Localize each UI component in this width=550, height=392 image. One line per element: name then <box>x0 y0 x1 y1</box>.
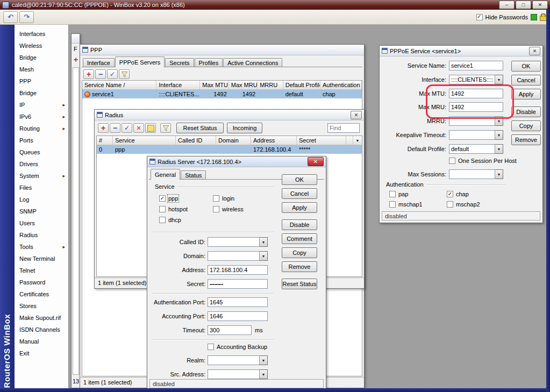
sidebar-item-bridge2[interactable]: Bridge <box>15 87 68 99</box>
max-mru-input[interactable] <box>449 102 503 112</box>
sidebar-item-files[interactable]: Files <box>15 182 68 194</box>
ppp-window-titlebar[interactable]: PPP <box>80 45 364 55</box>
ok-button[interactable]: OK <box>511 61 541 72</box>
column-address[interactable]: Address <box>251 136 297 145</box>
sidebar-item-ip[interactable]: IP▸ <box>15 99 68 111</box>
incoming-button[interactable]: Incoming <box>227 123 262 133</box>
mschap2-checkbox[interactable] <box>447 201 453 208</box>
mrru-input[interactable] <box>449 116 495 126</box>
tab-pppoe-servers[interactable]: PPPoE Servers <box>115 56 165 67</box>
sidebar-item-system[interactable]: System▸ <box>15 170 68 182</box>
cancel-button[interactable]: Cancel <box>511 75 541 85</box>
sidebar-item-ppp[interactable]: PPP <box>15 75 68 87</box>
disable-button[interactable]: Disable <box>511 106 541 117</box>
radius-window-titlebar[interactable]: Radius ✕ <box>95 110 364 120</box>
service-name-input[interactable] <box>449 61 503 70</box>
remove-button[interactable]: Remove <box>282 261 317 272</box>
disable-button[interactable]: ✕ <box>133 123 144 133</box>
chap-row[interactable]: chap <box>447 191 469 197</box>
sidebar-item-make-supout[interactable]: Make Supout.rif <box>15 312 68 324</box>
table-row[interactable]: 0 ppp 172.168.100.4 ***** <box>97 145 362 154</box>
radius-server-titlebar[interactable]: Radius Server <172.168.100.4> ✕ <box>147 156 326 167</box>
interface-combo[interactable] <box>449 75 495 84</box>
domain-dropdown-button[interactable]: ▼ <box>260 251 268 261</box>
redo-button[interactable]: ↷ <box>19 11 34 23</box>
default-profile-combo[interactable] <box>449 144 495 154</box>
one-session-checkbox[interactable] <box>449 158 455 164</box>
tab-general[interactable]: General <box>151 169 180 180</box>
minimize-button[interactable]: – <box>499 1 515 9</box>
sidebar-item-certificates[interactable]: Certificates <box>15 288 68 300</box>
sidebar-item-radius[interactable]: Radius <box>15 229 68 241</box>
disable-button[interactable]: Disable <box>282 219 317 230</box>
copy-button[interactable]: Copy <box>511 120 541 131</box>
keepalive-dropdown-button[interactable]: ▼ <box>495 130 503 140</box>
remove-button[interactable]: Remove <box>511 134 541 145</box>
mrru-dropdown-button[interactable]: ▼ <box>495 116 503 126</box>
tab-interface[interactable]: Interface <box>83 58 115 67</box>
keepalive-input[interactable] <box>449 130 495 140</box>
realm-input[interactable] <box>208 355 260 365</box>
apply-button[interactable]: Apply <box>282 202 317 213</box>
column-service-name[interactable]: Service Name / <box>82 81 156 89</box>
mschap1-checkbox[interactable] <box>389 201 396 208</box>
column-mrru[interactable]: MRRU <box>258 81 283 89</box>
maximize-button[interactable]: □ <box>516 1 531 9</box>
table-row[interactable]: service1 ::::CLIENTES... 1492 1492 defau… <box>82 90 362 98</box>
tab-active-connections[interactable]: Active Connections <box>223 58 282 67</box>
close-button[interactable]: ✕ <box>529 47 540 55</box>
add-button[interactable]: + <box>98 123 109 133</box>
find-input[interactable] <box>327 123 360 133</box>
enable-button[interactable]: ✓ <box>122 123 132 133</box>
called-id-dropdown-button[interactable]: ▼ <box>260 237 268 247</box>
add-icon[interactable]: + <box>74 55 78 64</box>
sidebar-item-users[interactable]: Users <box>15 217 68 229</box>
sidebar-item-ports[interactable]: Ports <box>15 134 68 146</box>
interface-dropdown-button[interactable]: ▼ <box>495 75 503 84</box>
ppp-checkbox[interactable] <box>159 195 166 202</box>
sidebar-item-stores[interactable]: Stores <box>15 300 68 312</box>
checkbox-row-ppp[interactable]: ppp <box>159 195 178 202</box>
undo-button[interactable]: ↶ <box>3 11 18 23</box>
column-interface[interactable]: Interface <box>156 81 200 89</box>
comment-button[interactable] <box>145 123 156 133</box>
column-number[interactable]: # <box>97 136 113 145</box>
address-input[interactable] <box>208 265 268 275</box>
tab-profiles[interactable]: Profiles <box>195 58 223 67</box>
timeout-input[interactable] <box>208 325 252 335</box>
one-session-row[interactable]: One Session Per Host <box>449 158 517 164</box>
mschap1-row[interactable]: mschap1 <box>389 201 423 208</box>
tab-status[interactable]: Status <box>181 170 206 180</box>
add-button[interactable]: + <box>83 69 94 79</box>
login-checkbox[interactable] <box>213 195 219 202</box>
accounting-port-input[interactable] <box>208 311 268 321</box>
pap-checkbox[interactable] <box>389 191 396 197</box>
checkbox-row-hotspot[interactable]: hotspot <box>159 206 188 212</box>
max-sessions-dropdown-button[interactable]: ▼ <box>495 169 503 179</box>
column-called-id[interactable]: Called ID <box>176 136 216 145</box>
sidebar-item-drivers[interactable]: Drivers <box>15 158 68 170</box>
checkbox-row-login[interactable]: login <box>213 195 234 202</box>
sidebar-item-interfaces[interactable]: Interfaces <box>15 28 68 40</box>
sidebar-item-manual[interactable]: Manual <box>15 336 68 347</box>
secret-input[interactable] <box>208 279 268 289</box>
apply-button[interactable]: Apply <box>511 89 541 99</box>
dhcp-checkbox[interactable] <box>159 217 166 223</box>
remove-button[interactable]: − <box>110 123 120 133</box>
reset-status-button[interactable]: Reset Status <box>176 123 224 133</box>
tab-secrets[interactable]: Secrets <box>165 58 194 67</box>
remove-button[interactable]: − <box>95 69 106 79</box>
realm-dropdown-button[interactable]: ▼ <box>260 355 268 365</box>
domain-input[interactable] <box>208 251 260 261</box>
called-id-input[interactable] <box>208 237 260 247</box>
authentication-port-input[interactable] <box>208 297 268 307</box>
reset-status-button[interactable]: Reset Status <box>282 279 317 289</box>
checkbox-row-wireless[interactable]: wireless <box>213 206 244 212</box>
column-max-mtu[interactable]: Max MTU <box>200 81 228 89</box>
sidebar-item-mesh[interactable]: Mesh <box>15 63 68 75</box>
comment-button[interactable]: Comment <box>282 233 317 244</box>
filter-button[interactable] <box>160 123 171 133</box>
sidebar-item-wireless[interactable]: Wireless <box>15 40 68 52</box>
src-address-input[interactable] <box>208 369 260 379</box>
close-button[interactable]: ✕ <box>532 1 548 9</box>
